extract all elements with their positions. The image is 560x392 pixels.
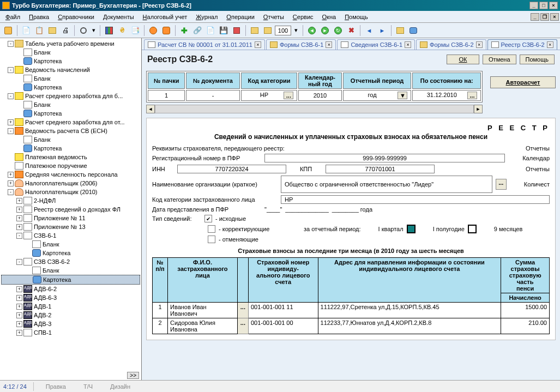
input-cat[interactable] bbox=[281, 195, 550, 204]
print-button[interactable]: 🖨 bbox=[59, 25, 71, 37]
expand-icon[interactable]: + bbox=[16, 304, 22, 310]
param-cell[interactable]: 31.12.2010... bbox=[412, 90, 481, 101]
maximize-button[interactable]: □ bbox=[539, 2, 548, 9]
mdi-close-button[interactable]: × bbox=[550, 13, 559, 21]
nav-prev-button[interactable]: ► bbox=[319, 25, 331, 37]
expand-icon[interactable]: + bbox=[16, 224, 22, 230]
tree-node[interactable]: -Ведомость расчета СВ (ЕСН) bbox=[1, 126, 140, 135]
close-button[interactable]: × bbox=[549, 2, 558, 9]
refresh-button[interactable]: ↻ bbox=[332, 25, 344, 37]
tree-node[interactable]: +АДВАДВ-1 bbox=[1, 302, 140, 311]
zoom-input[interactable] bbox=[275, 26, 291, 35]
param-scroll-left[interactable]: ◄ bbox=[146, 105, 155, 113]
table-row[interactable]: 2Сидорова Юлия Ивановна...001-001-001 00… bbox=[153, 318, 550, 334]
zoom-dropdown[interactable]: ▾ bbox=[292, 25, 300, 37]
paste-button[interactable]: 📋 bbox=[33, 25, 45, 37]
home-button[interactable] bbox=[2, 25, 14, 37]
expand-icon[interactable]: - bbox=[8, 93, 14, 99]
menu-Файл[interactable]: Файл bbox=[1, 13, 25, 21]
expand-icon[interactable]: + bbox=[16, 207, 22, 213]
tree-node[interactable]: Бланк bbox=[1, 135, 140, 144]
expand-icon[interactable]: + bbox=[16, 295, 22, 301]
tree-node[interactable]: Картотека bbox=[1, 109, 140, 118]
param-cell[interactable]: - bbox=[186, 90, 239, 101]
checkbox-ish[interactable]: ✔ bbox=[204, 215, 212, 222]
fio-lookup-button[interactable]: ... bbox=[237, 318, 248, 334]
tree-node[interactable]: -Табель учета рабочего времени bbox=[1, 39, 140, 48]
expand-icon[interactable]: + bbox=[16, 321, 22, 327]
cell-sum[interactable]: 210.00 bbox=[501, 318, 550, 334]
tree-node[interactable]: +Реестр сведений о доходах ФЛ bbox=[1, 205, 140, 214]
expand-icon[interactable]: - bbox=[16, 233, 22, 239]
param-cell[interactable]: год▼ bbox=[343, 90, 412, 101]
tree-node[interactable]: Картотека bbox=[1, 249, 140, 257]
tree-node[interactable]: +АДВАДВ-3 bbox=[1, 319, 140, 328]
tree-node[interactable]: Платежная ведомость bbox=[1, 153, 140, 161]
tab[interactable]: Расчет СВ № 00001 от 31.01.2011× bbox=[144, 39, 265, 50]
menu-Справочники[interactable]: Справочники bbox=[53, 13, 99, 21]
menu-Отчеты[interactable]: Отчеты bbox=[259, 13, 288, 21]
param-scroll-track[interactable] bbox=[155, 105, 474, 113]
cell-addr[interactable]: 112233,77,Юннатов ул,Д.4,КОРП.2,КВ.8 bbox=[318, 318, 501, 334]
tree-node[interactable]: Картотека bbox=[1, 57, 140, 65]
tree-node[interactable]: Бланк bbox=[1, 240, 140, 249]
cell-snils[interactable]: 001-001-001 11 bbox=[248, 303, 318, 318]
chart-button[interactable] bbox=[103, 25, 115, 37]
folder-button[interactable] bbox=[46, 25, 58, 37]
tree-node[interactable]: +Налогоплательщик (2006) bbox=[1, 179, 140, 188]
tree-node[interactable]: +Приложение № 11 bbox=[1, 214, 140, 222]
tree-node[interactable]: +Средняя численность персонала bbox=[1, 170, 140, 179]
tree-node[interactable]: -СЗВ СЗВ-6-2 bbox=[1, 257, 140, 266]
tree-node[interactable]: -Ведомость начислений bbox=[1, 65, 140, 74]
menu-Документы[interactable]: Документы bbox=[99, 13, 139, 21]
tree-node[interactable]: Платежное поручение bbox=[1, 161, 140, 170]
checkbox-otm[interactable] bbox=[208, 236, 215, 243]
cell-fio[interactable]: Иванов Иван Иванович bbox=[168, 303, 238, 318]
tree-node[interactable]: +2-НДФЛ bbox=[1, 196, 140, 205]
expand-icon[interactable]: - bbox=[8, 189, 14, 195]
card2-button[interactable] bbox=[262, 25, 274, 37]
tree-node[interactable]: +СПВ-1 bbox=[1, 328, 140, 337]
db2-button[interactable] bbox=[407, 25, 419, 37]
expand-icon[interactable]: + bbox=[8, 172, 14, 178]
input-kpp[interactable] bbox=[326, 165, 435, 173]
save-button[interactable]: 💾 bbox=[218, 25, 230, 37]
ellipsis-button[interactable]: ... bbox=[284, 92, 293, 99]
cell-snils[interactable]: 001-001-001 00 bbox=[248, 318, 318, 334]
mdi-minimize-button[interactable]: _ bbox=[531, 13, 539, 21]
tool-button-1[interactable]: 📑 bbox=[129, 25, 141, 37]
tree-node[interactable]: Картотека bbox=[1, 275, 140, 285]
expand-icon[interactable]: + bbox=[8, 119, 14, 125]
nav-first-button[interactable]: ◄ bbox=[306, 25, 318, 37]
expand-icon[interactable]: + bbox=[16, 215, 22, 221]
input-org[interactable] bbox=[281, 176, 492, 193]
tree-node[interactable]: Картотека bbox=[1, 144, 140, 153]
tree-node[interactable]: Картотека bbox=[1, 83, 140, 92]
cell-addr[interactable]: 111222,97,Сретенка ул,Д.15,КОРП.5,КВ.45 bbox=[318, 303, 501, 318]
copy-button[interactable]: 📄 bbox=[20, 25, 32, 37]
help-button[interactable]: Помощь bbox=[520, 55, 555, 64]
tree-node[interactable]: +АДВАДВ-6-3 bbox=[1, 293, 140, 302]
tree-node[interactable]: Бланк bbox=[1, 100, 140, 109]
input-reg[interactable] bbox=[264, 154, 505, 162]
tree-node[interactable]: +Приложение № 13 bbox=[1, 222, 140, 231]
tree-node[interactable]: -Расчет среднего заработка для б... bbox=[1, 92, 140, 100]
db-button[interactable] bbox=[394, 25, 406, 37]
status-tch[interactable]: Т/Ч bbox=[78, 383, 98, 390]
currency-button[interactable]: ₴ bbox=[116, 25, 128, 37]
expand-icon[interactable]: + bbox=[16, 330, 22, 336]
status-design[interactable]: Дизайн bbox=[105, 383, 136, 390]
expand-icon[interactable]: - bbox=[16, 259, 22, 265]
minimize-button[interactable]: _ bbox=[529, 2, 538, 9]
tree-node[interactable]: Бланк bbox=[1, 74, 140, 83]
tab[interactable]: Реестр СЗВ-6-2× bbox=[487, 39, 557, 50]
record-next-button[interactable]: ► bbox=[376, 25, 388, 37]
param-cell[interactable]: НР... bbox=[241, 90, 298, 101]
delete-button[interactable] bbox=[231, 25, 243, 37]
autocalc-button[interactable]: Авторасчет bbox=[490, 76, 556, 88]
tree-node[interactable]: -СЗВ-6-1 bbox=[1, 231, 140, 240]
tree-node[interactable]: Бланк bbox=[1, 266, 140, 275]
link-button[interactable]: 🔗 bbox=[191, 25, 203, 37]
cancel-button[interactable]: Отмена bbox=[483, 55, 516, 64]
search-dropdown[interactable]: ▾ bbox=[91, 25, 97, 37]
